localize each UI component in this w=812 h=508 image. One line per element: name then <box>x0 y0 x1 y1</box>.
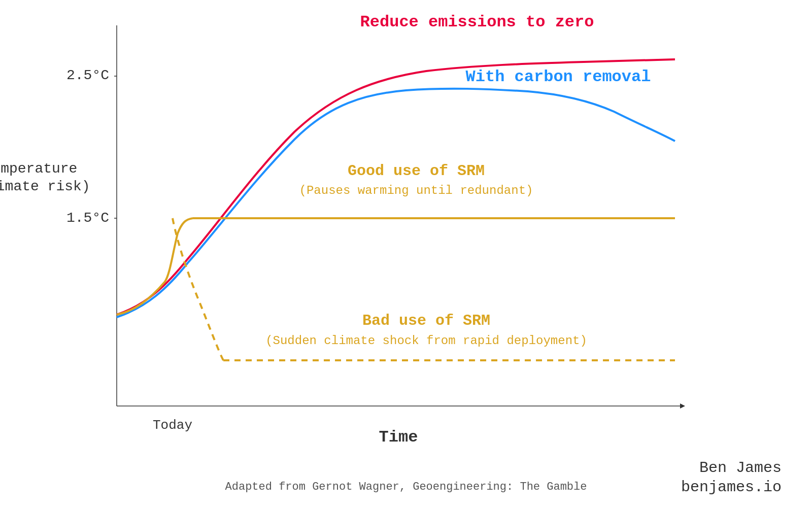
y-axis-label-1: Temperature <box>0 161 77 177</box>
y-label-1.5: 1.5°C <box>66 210 109 226</box>
chart-container: 2.5°C 1.5°C Temperature (climate risk) T… <box>0 0 812 508</box>
x-axis-label: Time <box>379 428 418 447</box>
source-label: Adapted from Gernot Wagner, Geoengineeri… <box>225 481 587 493</box>
good-srm-sublabel: (Pauses warming until redundant) <box>299 184 533 197</box>
bad-srm-sublabel: (Sudden climate shock from rapid deploym… <box>265 334 587 348</box>
carbon-removal-label: With carbon removal <box>466 67 651 86</box>
author-label: Ben James <box>699 459 782 477</box>
y-axis-label-2: (climate risk) <box>0 179 90 194</box>
good-srm-label: Good use of SRM <box>348 162 485 180</box>
site-label: benjames.io <box>681 479 782 496</box>
bad-srm-label: Bad use of SRM <box>362 312 490 329</box>
y-label-2.5: 2.5°C <box>66 67 109 83</box>
today-label: Today <box>153 418 192 433</box>
reduce-emissions-label: Reduce emissions to zero <box>360 13 594 31</box>
